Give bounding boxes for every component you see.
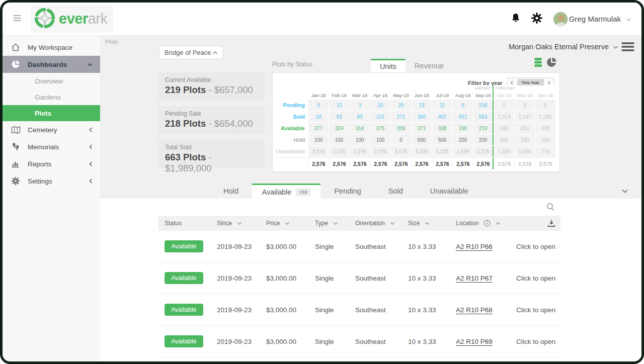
column-header-type[interactable]: Type [308, 220, 349, 227]
tab-units[interactable]: Units [371, 59, 406, 72]
tab-available[interactable]: Available219 [252, 184, 321, 199]
total-cell: 2,576 [453, 157, 473, 169]
location-link[interactable]: A2 R10 P68 [456, 306, 493, 314]
download-icon[interactable] [510, 219, 560, 227]
tab-hold[interactable]: Hold [210, 184, 252, 199]
garden-selector[interactable]: Bridge of Peace [159, 46, 223, 59]
sidebar-item-label: Memorials [28, 143, 89, 151]
sidebar-item-overview[interactable]: Overview [3, 73, 100, 89]
sidebar-item-cemetery[interactable]: Cemetery [3, 121, 100, 138]
tab-revenue[interactable]: Revenue [406, 59, 453, 72]
location-cell: A2 R10 P69 [449, 338, 510, 345]
filter-by-year-label: Filter by year [468, 80, 502, 86]
status-cell: 200 [494, 134, 514, 145]
column-header-label: Status [165, 220, 182, 227]
status-cell: 2,076 [370, 146, 390, 157]
sidebar-item-gardens[interactable]: Gardens [3, 89, 100, 105]
everark-logo[interactable]: everark [31, 6, 113, 33]
status-cell: 100 [350, 134, 370, 145]
pie-chart-view-icon[interactable] [546, 57, 556, 69]
column-header-price[interactable]: Price [260, 220, 308, 227]
dashboard-menu-icon[interactable] [621, 42, 634, 54]
sidebar-item-my-workspace[interactable]: My Workspace [3, 39, 100, 56]
click-to-open-link[interactable]: Click to open [510, 275, 560, 282]
breadcrumb: Plots [105, 39, 118, 45]
location-link[interactable]: A2 R10 P66 [456, 243, 493, 250]
click-to-open-link[interactable]: Click to open [510, 243, 560, 250]
site-selector[interactable]: Morgan Oaks Eternal Preserve [509, 43, 618, 51]
month-header: Jul-19 [432, 91, 452, 99]
tab-unavailable[interactable]: Unavailable [417, 184, 482, 199]
sort-chevron-down-icon[interactable] [237, 222, 242, 225]
status-cell: 2,076 [308, 146, 329, 157]
notifications-bell-icon[interactable] [511, 13, 521, 26]
type-cell: Single [308, 306, 349, 314]
sort-chevron-down-icon[interactable] [285, 222, 290, 225]
home-icon [11, 43, 21, 51]
status-cell: 1,147 [515, 111, 535, 122]
orientation-cell: Southeast [349, 275, 401, 282]
chevron-up-icon [212, 49, 218, 56]
sidebar-item-memorials[interactable]: Memorials [3, 138, 100, 155]
total-cell: 2,576 [391, 157, 411, 169]
plot-list-tabs: HoldAvailable219PendingSoldUnavailable [100, 184, 641, 199]
sort-chevron-down-icon[interactable] [333, 222, 338, 225]
status-cell: 203 [515, 123, 535, 134]
month-header: Feb-19 [329, 91, 349, 99]
column-header-since[interactable]: Since [210, 220, 260, 227]
sort-chevron-down-icon[interactable] [496, 222, 501, 225]
status-row-label: Sold [278, 111, 308, 122]
status-cell: 336 [494, 123, 514, 134]
sidebar-item-settings[interactable]: Settings [3, 172, 100, 190]
everark-logo-mark-icon [34, 7, 56, 31]
data-table-view-icon[interactable] [534, 57, 542, 69]
list-tabs-chevron-down-icon[interactable] [621, 184, 628, 199]
click-to-open-link[interactable]: Click to open [510, 338, 560, 345]
menu-toggle-icon[interactable] [13, 15, 24, 24]
status-cell: 1,326 [432, 146, 452, 157]
total-row-label [278, 157, 308, 169]
month-header: Apr-19 [370, 91, 390, 99]
status-cell: 3 [350, 100, 370, 111]
settings-gear-icon[interactable] [531, 12, 543, 26]
sidebar-item-label: Gardens [35, 94, 93, 101]
stat-value: 218 Plots - $654,000 [165, 118, 258, 129]
status-cell: Available [158, 272, 210, 284]
column-header-orientation[interactable]: Orientation [349, 220, 401, 227]
column-header-size[interactable]: Size [401, 220, 449, 227]
sort-chevron-down-icon[interactable] [390, 222, 395, 225]
tab-count-badge: 219 [296, 188, 310, 196]
location-link[interactable]: A2 R10 P67 [456, 275, 493, 282]
click-to-open-link[interactable]: Click to open [510, 306, 560, 314]
search-icon[interactable] [546, 203, 554, 214]
tab-pending[interactable]: Pending [320, 184, 374, 199]
month-header: Jun-19 [412, 91, 432, 99]
stat-card-pending-sale: Pending Sale 218 Plots - $654,000 [158, 106, 265, 134]
status-cell: 1,276 [473, 146, 494, 157]
column-header-location[interactable]: Location [449, 220, 510, 227]
tab-sold[interactable]: Sold [375, 184, 417, 199]
column-header-label: Type [315, 220, 328, 227]
sort-chevron-down-icon[interactable] [425, 222, 430, 225]
column-header-label: Location [456, 220, 478, 227]
location-link[interactable]: A2 R10 P69 [456, 338, 493, 345]
sidebar-item-reports[interactable]: Reports [3, 155, 100, 172]
sidebar-item-plots[interactable]: Plots [3, 105, 100, 121]
status-cell: 500 [432, 134, 452, 145]
total-cell: 2,576 [473, 157, 494, 169]
stat-label: Current Available [165, 76, 258, 83]
sidebar-item-dashboards[interactable]: Dashboards [3, 56, 100, 73]
total-cell: 2,576 [370, 157, 390, 169]
month-header: Sep-19 [473, 91, 494, 99]
user-menu[interactable]: Greg Marmulak [553, 12, 631, 27]
info-icon[interactable] [484, 220, 491, 227]
month-header: Oct-19 [494, 91, 514, 99]
user-name: Greg Marmulak [569, 15, 621, 23]
status-cell: 100 [370, 134, 390, 145]
column-header-label: Orientation [355, 220, 385, 227]
month-header: May-19 [391, 91, 411, 99]
orientation-cell: Southeast [349, 338, 401, 345]
history-forecast-spacer [278, 85, 308, 90]
chevron-down-icon [87, 62, 93, 67]
total-cell: 2,576 [494, 157, 514, 169]
